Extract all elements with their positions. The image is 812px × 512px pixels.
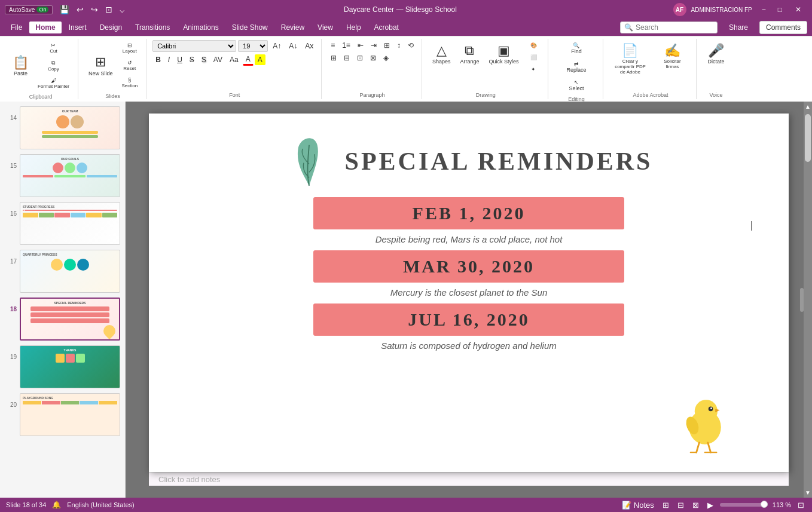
normal-view-button[interactable]: ⊞	[661, 501, 671, 510]
replace-button[interactable]: ⇄ Replace	[563, 59, 590, 75]
scroll-down-arrow[interactable]: ▼	[803, 488, 812, 498]
find-button[interactable]: 🔍 Find	[563, 40, 590, 57]
menu-design[interactable]: Design	[94, 22, 128, 33]
request-signatures-button[interactable]: ✍ Solicitar firmas	[653, 40, 691, 72]
slide-item-17[interactable]: 17 QUARTERLY PRINCESS	[4, 249, 121, 294]
menu-review[interactable]: Review	[275, 22, 310, 33]
bold-button[interactable]: B	[152, 54, 164, 65]
presenter-view-button[interactable]: ▶	[706, 501, 715, 510]
cut-button[interactable]: ✂ Cut	[34, 40, 73, 56]
copy-button[interactable]: ⧉ Copy	[34, 57, 73, 74]
slide-item-14[interactable]: 14 OUR TEAM	[4, 105, 121, 151]
reminder-1-date: FEB 1, 2020	[413, 203, 526, 223]
save-button[interactable]: 💾	[56, 4, 72, 16]
create-pdf-button[interactable]: 📄 Crear y compartir PDF de Adobe	[609, 40, 651, 78]
comments-button[interactable]: Comments	[759, 21, 807, 34]
font-size-select[interactable]: 19	[238, 40, 268, 52]
bullets-button[interactable]: ≡	[328, 40, 338, 51]
strikethrough-button[interactable]: S	[187, 54, 197, 65]
menu-acrobat[interactable]: Acrobat	[368, 22, 405, 33]
notes-button[interactable]: 📝 Notes	[620, 501, 656, 510]
align-left-button[interactable]: ⊞	[328, 53, 340, 63]
format-painter-button[interactable]: 🖌 Format Painter	[34, 75, 73, 91]
maximize-button[interactable]: □	[773, 4, 787, 15]
search-input[interactable]	[636, 23, 713, 32]
font-family-select[interactable]: Calibri	[152, 40, 236, 52]
slide-item-16[interactable]: 16 STUDENT PROGRESS	[4, 201, 121, 246]
shape-fill-button[interactable]: 🎨	[524, 40, 543, 51]
slide-number-18: 18	[5, 306, 17, 312]
underline-button[interactable]: U	[174, 54, 185, 65]
clear-format-button[interactable]: Ax	[302, 41, 316, 51]
select-button[interactable]: ↖ Select	[563, 77, 590, 94]
menu-file[interactable]: File	[5, 22, 28, 33]
canvas-scrollbar[interactable]: ▲ ▼	[804, 102, 812, 498]
change-case-button[interactable]: Aa	[227, 54, 242, 65]
fit-slide-button[interactable]: ⊡	[796, 501, 806, 510]
cursor-position	[751, 221, 752, 231]
fill-icon: 🎨	[530, 42, 537, 48]
scroll-thumb[interactable]	[805, 114, 811, 162]
line-spacing-button[interactable]: ↕	[394, 40, 404, 51]
undo-button[interactable]: ↩	[74, 4, 87, 16]
character-spacing-button[interactable]: AV	[210, 54, 225, 65]
font-color-button[interactable]: A	[243, 54, 254, 66]
shape-outline-button[interactable]: ⬜	[524, 52, 543, 63]
editing-label: Editing	[568, 94, 585, 102]
menu-insert[interactable]: Insert	[63, 22, 93, 33]
fit-left-button[interactable]	[800, 288, 804, 312]
menu-view[interactable]: View	[312, 22, 339, 33]
slide-sorter-button[interactable]: ⊟	[676, 501, 686, 510]
present-button[interactable]: ⊡	[102, 4, 115, 16]
text-direction-button[interactable]: ⟲	[405, 40, 417, 51]
slide-item-18[interactable]: 18 SPECIAL REMINDERS	[4, 296, 121, 342]
zoom-handle[interactable]	[761, 501, 768, 508]
menu-home[interactable]: Home	[29, 22, 61, 33]
share-button[interactable]: Share	[722, 21, 755, 34]
arrange-button[interactable]: ⧉ Arrange	[456, 40, 483, 68]
quick-styles-button[interactable]: ▣ Quick Styles	[484, 40, 523, 68]
new-slide-button[interactable]: ⊞ New Slide	[84, 51, 117, 79]
slide-item-15[interactable]: 15 OUR GOALS	[4, 153, 121, 198]
decrease-font-button[interactable]: A↓	[286, 41, 300, 51]
highlight-button[interactable]: A	[255, 54, 265, 65]
layout-button[interactable]: ⊟ Layout	[118, 40, 141, 56]
paste-icon: 📋	[13, 55, 29, 70]
columns-button[interactable]: ⊞	[381, 40, 393, 51]
shadow-button[interactable]: S	[199, 54, 209, 65]
close-button[interactable]: ✕	[789, 4, 807, 15]
reading-view-button[interactable]: ⊠	[691, 501, 701, 510]
convert-smartart-button[interactable]: ◈	[380, 53, 392, 63]
paragraph-controls: ≡ 1≡ ⇤ ⇥ ⊞ ↕ ⟲ ⊞ ⊟ ⊡ ⊠ ◈	[328, 40, 417, 63]
increase-indent-button[interactable]: ⇥	[368, 40, 380, 51]
paste-button[interactable]: 📋 Paste	[8, 52, 33, 79]
menu-help[interactable]: Help	[340, 22, 367, 33]
section-button[interactable]: § Section	[118, 75, 141, 91]
customize-button[interactable]: ⌵	[117, 4, 127, 16]
italic-button[interactable]: I	[165, 54, 173, 65]
slide-panel[interactable]: 14 OUR TEAM 15 OUR GOALS	[0, 102, 126, 498]
numbering-button[interactable]: 1≡	[339, 40, 353, 51]
scroll-up-arrow[interactable]: ▲	[803, 102, 812, 112]
menu-slideshow[interactable]: Slide Show	[226, 22, 274, 33]
shapes-button[interactable]: △ Shapes	[428, 40, 455, 68]
increase-font-button[interactable]: A↑	[270, 41, 284, 51]
shape-effects-button[interactable]: ✦	[524, 64, 543, 75]
slide-item-20[interactable]: 20 PLAYGROUND SONG	[4, 392, 121, 437]
notes-area[interactable]: Click to add notes	[149, 472, 789, 486]
decrease-indent-button[interactable]: ⇤	[355, 40, 367, 51]
minimize-button[interactable]: −	[757, 4, 771, 15]
menu-transitions[interactable]: Transitions	[129, 22, 176, 33]
dictate-button[interactable]: 🎤 Dictate	[703, 40, 728, 68]
justify-button[interactable]: ⊠	[367, 53, 379, 63]
zoom-slider[interactable]	[720, 503, 768, 507]
autosave-toggle[interactable]: AutoSave On	[5, 5, 53, 14]
reset-button[interactable]: ↺ Reset	[118, 57, 141, 73]
editing-group: 🔍 Find ⇄ Replace ↖ Select Editing	[550, 39, 603, 99]
redo-button[interactable]: ↪	[88, 4, 101, 16]
align-right-button[interactable]: ⊡	[354, 53, 366, 63]
slide-item-19[interactable]: 19 THANKS	[4, 344, 121, 390]
reminder-1: FEB 1, 2020 Despite being red, Mars is a…	[149, 197, 789, 244]
center-button[interactable]: ⊟	[341, 53, 353, 63]
menu-animations[interactable]: Animations	[177, 22, 224, 33]
